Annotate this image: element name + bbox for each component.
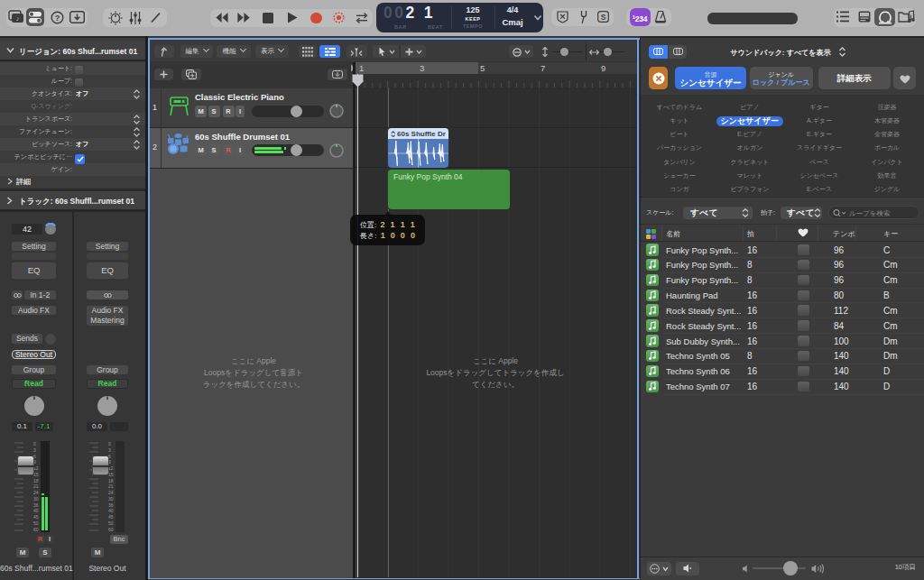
- svg-text:♪: ♪: [16, 15, 20, 22]
- svg-text:S: S: [601, 13, 606, 22]
- svg-text:?: ?: [55, 14, 60, 23]
